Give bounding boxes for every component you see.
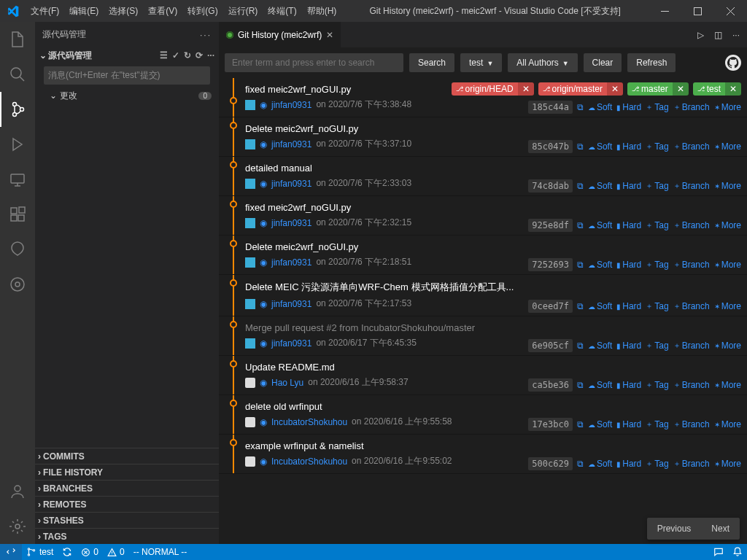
github-icon[interactable] [725,55,741,71]
section-commits[interactable]: › COMMITS [35,448,219,464]
branch-link[interactable]: ＋Branch [673,220,710,230]
eye-icon[interactable]: ◉ [260,338,267,349]
copy-hash-icon[interactable]: ⧉ [577,341,584,351]
search-input[interactable] [225,53,403,72]
ref-close-icon[interactable]: ✕ [673,82,689,96]
commit-row[interactable]: ⎇origin/HEAD✕ ⎇origin/master✕ ⎇master✕ ⎇… [219,78,747,117]
more-link[interactable]: ✶More [714,341,741,351]
eye-icon[interactable]: ◉ [260,218,267,228]
tag-link[interactable]: ＋Tag [646,419,668,429]
tag-link[interactable]: ＋Tag [646,380,668,390]
refresh-button[interactable]: Refresh [627,53,676,72]
copy-hash-icon[interactable]: ⧉ [577,459,584,469]
commit-author[interactable]: jinfan0931 [271,257,311,268]
branch-link[interactable]: ＋Branch [673,301,710,311]
ref-origin-head[interactable]: ⎇origin/HEAD✕ [452,82,534,96]
section-tags[interactable]: › TAGS [35,528,219,544]
eye-icon[interactable]: ◉ [260,417,267,427]
commit-hash[interactable]: 0ceed7f [528,300,573,313]
commit-row[interactable]: Update README.md ◉ Hao Lyu on 2020/6/16 … [219,356,747,395]
commit-row[interactable]: fixed meic2wrf_noGUI.py ◉ jinfan0931 on … [219,196,747,236]
status-errors[interactable]: 0 [77,544,103,560]
commit-row[interactable]: Delete meic2wrf_noGUI.py ◉ jinfan0931 on… [219,236,747,275]
ref-test[interactable]: ⎇test✕ [693,82,741,96]
commit-author[interactable]: Hao Lyu [271,378,303,388]
soft-reset-link[interactable]: ☁Soft [588,102,612,112]
activity-explorer[interactable] [0,22,35,57]
section-stashes[interactable]: › STASHES [35,512,219,528]
soft-reset-link[interactable]: ☁Soft [588,419,612,429]
eye-icon[interactable]: ◉ [260,378,267,388]
commit-row[interactable]: Delete meic2wrf_noGUI.py ◉ jinfan0931 on… [219,117,747,157]
tag-link[interactable]: ＋Tag [646,260,668,270]
eye-icon[interactable]: ◉ [260,257,267,268]
more-link[interactable]: ✶More [714,301,741,311]
soft-reset-link[interactable]: ☁Soft [588,380,612,390]
activity-extensions[interactable] [0,197,35,232]
refresh-icon[interactable]: ↻ [184,50,191,61]
copy-hash-icon[interactable]: ⧉ [577,380,584,390]
section-filehistory[interactable]: › FILE HISTORY [35,464,219,480]
sidebar-section-scm[interactable]: ⌄ 源代码管理 ☰ ✓ ↻ ⟳ ··· [35,47,219,63]
menu-selection[interactable]: 选择(S) [104,0,143,22]
remote-indicator[interactable] [0,544,22,560]
hard-reset-link[interactable]: ▮Hard [616,260,641,270]
branch-link[interactable]: ＋Branch [673,419,710,429]
ref-close-icon[interactable]: ✕ [725,82,741,96]
activity-account[interactable] [0,474,35,509]
soft-reset-link[interactable]: ☁Soft [588,141,612,152]
activity-settings[interactable] [0,509,35,544]
tag-link[interactable]: ＋Tag [646,102,668,112]
commit-hash[interactable]: 7252693 [528,258,573,271]
next-button[interactable]: Next [701,518,740,540]
more-link[interactable]: ✶More [714,459,741,469]
search-button[interactable]: Search [409,53,454,72]
commit-row[interactable]: example wrfinput & namelist ◉ IncubatorS… [219,435,747,474]
soft-reset-link[interactable]: ☁Soft [588,260,612,270]
copy-hash-icon[interactable]: ⧉ [577,419,584,429]
eye-icon[interactable]: ◉ [260,456,267,467]
ref-close-icon[interactable]: ✕ [518,82,534,96]
window-close-button[interactable] [714,0,747,22]
clear-button[interactable]: Clear [584,53,622,72]
menu-go[interactable]: 转到(G) [182,0,222,22]
activity-search[interactable] [0,57,35,92]
commit-author[interactable]: jinfan0931 [271,338,311,349]
more-link[interactable]: ✶More [714,419,741,429]
changes-group[interactable]: ⌄ 更改 0 [35,88,219,104]
commit-row[interactable]: Merge pull request #2 from IncubatorShok… [219,316,747,356]
more-icon[interactable]: ··· [732,30,740,40]
hard-reset-link[interactable]: ▮Hard [616,102,641,112]
commit-hash[interactable]: 185c44a [528,101,573,114]
eye-icon[interactable]: ◉ [260,299,267,309]
branch-link[interactable]: ＋Branch [673,380,710,390]
window-minimize-button[interactable] [649,0,681,22]
copy-hash-icon[interactable]: ⧉ [577,260,584,270]
run-icon[interactable]: ▷ [697,30,704,40]
menu-file[interactable]: 文件(F) [26,0,64,22]
hard-reset-link[interactable]: ▮Hard [616,220,641,230]
commit-author[interactable]: jinfan0931 [271,100,311,110]
soft-reset-link[interactable]: ☁Soft [588,301,612,311]
menu-run[interactable]: 运行(R) [223,0,263,22]
commit-check-icon[interactable]: ✓ [172,50,179,61]
hard-reset-link[interactable]: ▮Hard [616,419,641,429]
commit-author[interactable]: IncubatorShokuhou [271,417,347,427]
menu-terminal[interactable]: 终端(T) [263,0,301,22]
menu-edit[interactable]: 编辑(E) [64,0,104,22]
more-link[interactable]: ✶More [714,380,741,390]
sidebar-more-icon[interactable]: ··· [200,30,212,40]
more-link[interactable]: ✶More [714,141,741,152]
ref-master[interactable]: ⎇master✕ [627,82,689,96]
eye-icon[interactable]: ◉ [260,139,267,149]
commit-author[interactable]: jinfan0931 [271,139,311,149]
commit-row[interactable]: Delete MEIC 污染源清单向WRF-Chem 模式网格插值分配工具...… [219,275,747,316]
hard-reset-link[interactable]: ▮Hard [616,380,641,390]
hard-reset-link[interactable]: ▮Hard [616,141,641,152]
branch-link[interactable]: ＋Branch [673,341,710,351]
commit-hash[interactable]: 85c047b [528,140,573,153]
hard-reset-link[interactable]: ▮Hard [616,341,641,351]
commit-hash[interactable]: ca5be36 [528,378,573,392]
tab-githistory[interactable]: Git History (meic2wrf) ✕ [219,22,341,47]
tag-link[interactable]: ＋Tag [646,220,668,230]
